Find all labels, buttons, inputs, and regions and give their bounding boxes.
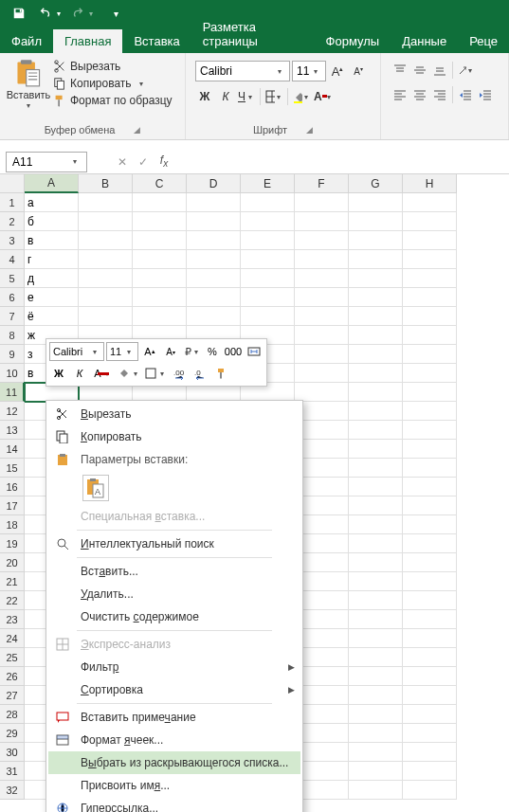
- mini-format-painter[interactable]: [212, 364, 231, 383]
- cell[interactable]: [79, 212, 133, 231]
- cell[interactable]: [133, 288, 187, 307]
- mini-bold[interactable]: Ж: [49, 364, 68, 383]
- cell[interactable]: [133, 193, 187, 212]
- cell[interactable]: [349, 667, 403, 686]
- column-header[interactable]: C: [133, 174, 187, 193]
- tab-data[interactable]: Данные: [391, 29, 458, 53]
- cell[interactable]: [79, 231, 133, 250]
- row-header[interactable]: 10: [0, 364, 25, 383]
- cell[interactable]: [349, 553, 403, 572]
- row-header[interactable]: 32: [0, 781, 25, 800]
- cell[interactable]: [349, 762, 403, 781]
- cell[interactable]: [349, 193, 403, 212]
- row-header[interactable]: 6: [0, 288, 25, 307]
- cell[interactable]: [349, 686, 403, 705]
- cell[interactable]: [403, 534, 457, 553]
- cell[interactable]: [403, 269, 457, 288]
- cell[interactable]: [403, 421, 457, 440]
- name-box[interactable]: A11▾: [6, 152, 87, 172]
- font-launcher[interactable]: ◢: [306, 125, 313, 135]
- cell[interactable]: [295, 231, 349, 250]
- mini-italic[interactable]: К: [70, 364, 89, 383]
- enter-formula-button[interactable]: ✓: [133, 152, 154, 172]
- row-header[interactable]: 8: [0, 326, 25, 345]
- align-top-button[interactable]: [391, 61, 409, 80]
- cell[interactable]: [295, 383, 349, 402]
- cell[interactable]: [79, 307, 133, 326]
- cell[interactable]: [403, 496, 457, 515]
- cell[interactable]: [403, 591, 457, 610]
- cell[interactable]: [133, 231, 187, 250]
- column-header[interactable]: G: [349, 174, 403, 193]
- cell[interactable]: а: [25, 193, 79, 212]
- cell[interactable]: [403, 212, 457, 231]
- column-header[interactable]: A: [25, 174, 79, 193]
- cell[interactable]: [403, 781, 457, 800]
- tab-review[interactable]: Реце: [458, 29, 509, 53]
- ctx-cut[interactable]: Вырезать: [48, 403, 300, 425]
- mini-increase-decimal[interactable]: .00: [171, 364, 190, 383]
- cell[interactable]: [241, 307, 295, 326]
- redo-button[interactable]: ▾: [68, 2, 99, 25]
- ctx-copy[interactable]: Копировать: [48, 425, 300, 448]
- ctx-sort[interactable]: Сортировка▶: [48, 678, 300, 701]
- cell[interactable]: [187, 307, 241, 326]
- cell[interactable]: [403, 193, 457, 212]
- row-header[interactable]: 5: [0, 269, 25, 288]
- undo-button[interactable]: ▾: [36, 2, 66, 25]
- cell[interactable]: [349, 648, 403, 667]
- decrease-font-button[interactable]: A▾: [349, 62, 368, 81]
- ctx-filter[interactable]: Фильтр▶: [48, 656, 300, 678]
- mini-font-color[interactable]: A▾: [91, 364, 116, 383]
- cell[interactable]: [349, 345, 403, 364]
- cell[interactable]: ё: [25, 307, 79, 326]
- cell[interactable]: [349, 307, 403, 326]
- insert-function-button[interactable]: fx: [154, 152, 174, 172]
- cell[interactable]: г: [25, 250, 79, 269]
- mini-increase-font[interactable]: A▴: [140, 342, 159, 361]
- column-header[interactable]: B: [79, 174, 133, 193]
- row-header[interactable]: 29: [0, 724, 25, 743]
- ctx-smart-lookup[interactable]: Интеллектуальный поиск: [48, 532, 300, 555]
- cell[interactable]: [403, 724, 457, 743]
- cell[interactable]: [403, 288, 457, 307]
- cell[interactable]: [349, 572, 403, 591]
- cell[interactable]: [133, 250, 187, 269]
- cell[interactable]: [295, 212, 349, 231]
- decrease-indent-button[interactable]: [456, 85, 475, 104]
- row-header[interactable]: 19: [0, 534, 25, 553]
- column-header[interactable]: H: [403, 174, 457, 193]
- ctx-clear-contents[interactable]: Очистить содержимое: [48, 605, 300, 628]
- cell[interactable]: [133, 212, 187, 231]
- row-header[interactable]: 12: [0, 402, 25, 421]
- bold-button[interactable]: Ж: [195, 87, 214, 106]
- align-bottom-button[interactable]: [430, 61, 449, 80]
- cell[interactable]: [349, 402, 403, 421]
- ctx-delete[interactable]: Удалить...: [48, 583, 300, 605]
- select-all-corner[interactable]: [0, 174, 25, 193]
- cell[interactable]: [295, 269, 349, 288]
- cell[interactable]: [295, 345, 349, 364]
- tab-insert[interactable]: Вставка: [122, 29, 191, 53]
- cell[interactable]: [403, 553, 457, 572]
- cell[interactable]: [349, 326, 403, 345]
- save-button[interactable]: [4, 2, 34, 25]
- cell[interactable]: [241, 288, 295, 307]
- row-header[interactable]: 31: [0, 762, 25, 781]
- row-header[interactable]: 15: [0, 459, 25, 478]
- cut-button[interactable]: Вырезать: [51, 59, 174, 74]
- cell[interactable]: [403, 364, 457, 383]
- cell[interactable]: [349, 781, 403, 800]
- cell[interactable]: [403, 307, 457, 326]
- cell[interactable]: [403, 572, 457, 591]
- qat-customize[interactable]: ▾: [100, 2, 131, 25]
- cell[interactable]: д: [25, 269, 79, 288]
- ctx-format-cells[interactable]: Формат ячеек...: [48, 729, 300, 751]
- cell[interactable]: [295, 193, 349, 212]
- cell[interactable]: [79, 250, 133, 269]
- mini-comma-format[interactable]: 000: [224, 342, 243, 361]
- tab-formulas[interactable]: Формулы: [315, 29, 391, 53]
- cell[interactable]: [349, 440, 403, 459]
- cell[interactable]: [349, 383, 403, 402]
- fill-color-button[interactable]: ▾: [292, 87, 311, 106]
